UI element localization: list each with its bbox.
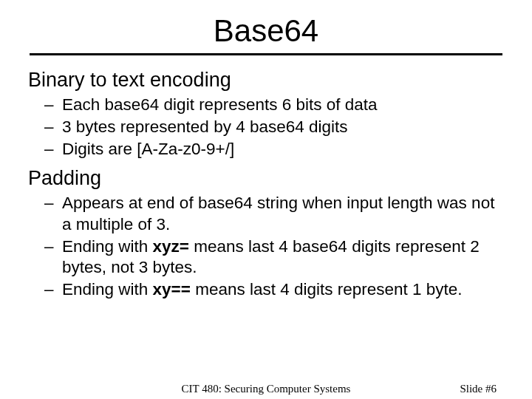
footer-center: CIT 480: Securing Computer Systems xyxy=(0,383,532,395)
slide-title: Base64 xyxy=(214,13,318,50)
title-rule xyxy=(30,53,502,55)
bullet-list: –Appears at end of base64 string when in… xyxy=(28,193,504,300)
bullet-item: –Ending with xyz= means last 4 base64 di… xyxy=(28,236,504,278)
slide-content: Binary to text encoding–Each base64 digi… xyxy=(28,69,504,300)
dash-icon: – xyxy=(44,95,54,115)
dash-icon: – xyxy=(44,193,54,214)
dash-icon: – xyxy=(44,139,54,160)
bullet-text: Each base64 digit represents 6 bits of d… xyxy=(62,95,378,114)
title-wrap: Base64 xyxy=(28,13,504,50)
dash-icon: – xyxy=(44,279,54,300)
bullet-item: –Digits are [A-Za-z0-9+/] xyxy=(28,139,504,160)
footer-right: Slide #6 xyxy=(460,383,497,395)
section-heading: Binary to text encoding xyxy=(28,69,504,92)
bullet-item: –Each base64 digit represents 6 bits of … xyxy=(28,95,504,115)
bullet-item: –3 bytes represented by 4 base64 digits xyxy=(28,117,504,137)
dash-icon: – xyxy=(44,117,54,137)
bullet-text: Digits are [A-Za-z0-9+/] xyxy=(62,140,234,158)
bullet-text: Ending with xyz= means last 4 base64 dig… xyxy=(62,237,480,276)
dash-icon: – xyxy=(44,236,54,257)
bullet-text: Appears at end of base64 string when inp… xyxy=(62,194,494,233)
bullet-list: –Each base64 digit represents 6 bits of … xyxy=(28,95,504,160)
bullet-item: –Appears at end of base64 string when in… xyxy=(28,193,504,234)
slide: Base64 Binary to text encoding–Each base… xyxy=(0,0,532,399)
bullet-item: –Ending with xy== means last 4 digits re… xyxy=(28,279,504,300)
bullet-text: 3 bytes represented by 4 base64 digits xyxy=(62,117,348,136)
bullet-text: Ending with xy== means last 4 digits rep… xyxy=(62,280,463,299)
section-heading: Padding xyxy=(28,167,504,190)
